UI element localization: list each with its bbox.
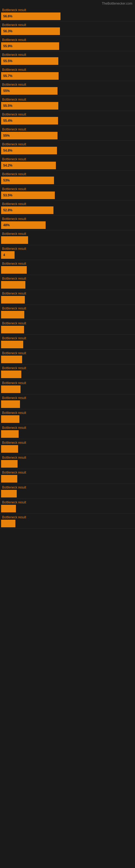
bar: 56.6% bbox=[1, 12, 60, 20]
bar-container bbox=[1, 266, 135, 274]
bottleneck-label: Bottleneck result bbox=[1, 127, 135, 132]
list-item: Bottleneck result55.7% bbox=[0, 66, 135, 81]
bar-container: 53% bbox=[1, 177, 135, 184]
bar bbox=[1, 371, 21, 378]
bar bbox=[1, 341, 23, 348]
bottleneck-label: Bottleneck result bbox=[1, 440, 135, 445]
bar-value: 56.6% bbox=[2, 14, 13, 18]
bar: 55.5% bbox=[1, 102, 58, 110]
bar: 54.8% bbox=[1, 147, 57, 154]
bar-value: 54.8% bbox=[2, 149, 13, 152]
list-item: Bottleneck result bbox=[0, 394, 135, 409]
bar-container bbox=[1, 445, 135, 453]
bar-container: 52.8% bbox=[1, 207, 135, 214]
bar bbox=[1, 460, 17, 468]
list-item: Bottleneck result bbox=[0, 290, 135, 305]
list-item: Bottleneck result bbox=[0, 379, 135, 394]
bottleneck-label: Bottleneck result bbox=[1, 425, 135, 430]
bar bbox=[1, 296, 25, 304]
bottleneck-label: Bottleneck result bbox=[1, 410, 135, 415]
list-item: Bottleneck result bbox=[0, 439, 135, 454]
bottleneck-label: Bottleneck result bbox=[1, 276, 135, 281]
bar-container: 56.6% bbox=[1, 12, 135, 20]
bar-container: 54.2% bbox=[1, 162, 135, 169]
bar-value: 55% bbox=[2, 134, 11, 137]
bar-container: 55.5% bbox=[1, 57, 135, 65]
bar: 48% bbox=[1, 221, 46, 229]
list-item: Bottleneck result bbox=[0, 335, 135, 350]
bottleneck-label: Bottleneck result bbox=[1, 23, 135, 27]
bar-container bbox=[1, 371, 135, 378]
bar-container bbox=[1, 505, 135, 513]
bar bbox=[1, 266, 27, 274]
bar-container: 55.5% bbox=[1, 102, 135, 110]
list-item: Bottleneck result bbox=[0, 260, 135, 275]
bar-container: 55% bbox=[1, 132, 135, 140]
bottleneck-label: Bottleneck result bbox=[1, 470, 135, 475]
list-item: Bottleneck result bbox=[0, 514, 135, 529]
bottleneck-label: Bottleneck result bbox=[1, 172, 135, 177]
bar bbox=[1, 430, 18, 438]
list-item: Bottleneck result53.5% bbox=[0, 186, 135, 200]
bar-container bbox=[1, 490, 135, 497]
bottleneck-label: Bottleneck result bbox=[1, 455, 135, 460]
bar-container bbox=[1, 355, 135, 363]
list-item: Bottleneck result bbox=[0, 305, 135, 320]
bar: 55% bbox=[1, 132, 57, 140]
bar-container: 55.9% bbox=[1, 42, 135, 50]
bar-value: 55% bbox=[2, 89, 11, 93]
list-item: Bottleneck result bbox=[0, 275, 135, 290]
bottleneck-label: Bottleneck result bbox=[1, 187, 135, 191]
bottleneck-label: Bottleneck result bbox=[1, 157, 135, 162]
bottleneck-label: Bottleneck result bbox=[1, 202, 135, 207]
bar-container bbox=[1, 236, 135, 244]
bar-value: 55.4% bbox=[2, 119, 13, 123]
list-item: Bottleneck result bbox=[0, 409, 135, 424]
bar-value: 55.7% bbox=[2, 74, 13, 78]
bar-value: 55.5% bbox=[2, 104, 13, 108]
bottleneck-label: Bottleneck result bbox=[1, 366, 135, 371]
bottleneck-label: Bottleneck result bbox=[1, 82, 135, 87]
bar-value: 4 bbox=[2, 253, 6, 257]
bar: 53.5% bbox=[1, 191, 55, 199]
bar bbox=[1, 311, 24, 318]
bottleneck-label: Bottleneck result bbox=[1, 485, 135, 490]
bar-container: 4 bbox=[1, 251, 135, 259]
list-item: Bottleneck result55.5% bbox=[0, 51, 135, 66]
list-item: Bottleneck result bbox=[0, 424, 135, 439]
bar-container bbox=[1, 415, 135, 423]
bar bbox=[1, 236, 28, 244]
bar: 55.7% bbox=[1, 72, 58, 80]
bar-value: 56.3% bbox=[2, 29, 13, 33]
list-item: Bottleneck result bbox=[0, 230, 135, 245]
bar-value: 53% bbox=[2, 179, 11, 182]
list-item: Bottleneck result bbox=[0, 484, 135, 499]
list-item: Bottleneck result55.5% bbox=[0, 96, 135, 111]
bottleneck-label: Bottleneck result bbox=[1, 500, 135, 505]
bar: 4 bbox=[1, 251, 14, 259]
bar-container bbox=[1, 311, 135, 318]
bottleneck-label: Bottleneck result bbox=[1, 37, 135, 42]
bar bbox=[1, 445, 18, 453]
list-item: Bottleneck result54.8% bbox=[0, 141, 135, 156]
bar: 55.9% bbox=[1, 42, 59, 50]
bar bbox=[1, 400, 20, 408]
bar bbox=[1, 520, 15, 527]
bar bbox=[1, 505, 16, 513]
bar-container bbox=[1, 385, 135, 393]
bottleneck-label: Bottleneck result bbox=[1, 380, 135, 385]
bottleneck-label: Bottleneck result bbox=[1, 142, 135, 147]
bar-container: 55.7% bbox=[1, 72, 135, 80]
list-item: Bottleneck result55% bbox=[0, 81, 135, 96]
bar bbox=[1, 490, 17, 497]
bar-container bbox=[1, 326, 135, 333]
list-item: Bottleneck result54.2% bbox=[0, 156, 135, 170]
list-item: Bottleneck result55.4% bbox=[0, 111, 135, 126]
bar-value: 55.5% bbox=[2, 59, 13, 63]
bar-value: 54.2% bbox=[2, 163, 13, 167]
bar: 52.8% bbox=[1, 207, 53, 214]
bar-container bbox=[1, 281, 135, 289]
bottleneck-label: Bottleneck result bbox=[1, 351, 135, 355]
bar-container bbox=[1, 296, 135, 304]
bar: 54.2% bbox=[1, 162, 56, 169]
